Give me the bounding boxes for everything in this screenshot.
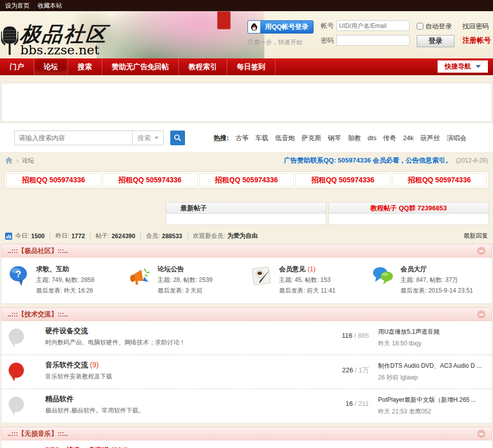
ad-rent-cell[interactable]: 招租QQ 505974336 [295,173,390,186]
hot-keyword[interactable]: 葫芦丝 [420,134,440,143]
lastpost-meta[interactable]: 昨天 21:53 老鹰052 [378,407,491,416]
newest-member-link[interactable]: 为爱为自由 [227,232,258,240]
hot-keyword[interactable]: 车载 [255,134,268,143]
login-button[interactable]: 登录 [417,35,454,47]
forum-link[interactable]: 音乐软件交流(9) [45,361,322,370]
hot-keyword[interactable]: 24k [403,134,414,142]
forum-desc: 音乐软件安装教程及下载 [45,372,322,381]
chevron-down-icon [476,65,481,68]
site-logo[interactable]: 极品社区 bbs.zzse.net [1,23,108,57]
tutorial-qq-title[interactable]: 教程帖子 QQ群 72396853 [329,203,488,214]
account-field[interactable] [336,20,410,31]
breadcrumb-separator: › [16,157,18,164]
red-seal-stamp [218,12,230,29]
search-type-select[interactable]: 搜索 [132,131,164,145]
nav-item-daily-signin[interactable]: 每日签到 [227,58,275,75]
microphone-logo-icon [1,23,18,57]
gray-bubble-icon [9,329,24,344]
lastpost-title-link[interactable]: PotPlayer最新中文版（新增H.265 ... [378,396,491,404]
notice-date: (2012-8-29) [456,157,488,164]
memo-pen-icon [251,265,273,287]
bookmark-link[interactable]: 收藏本站 [38,0,62,11]
ad-rent-cell[interactable]: 招租QQ 505974336 [103,173,198,186]
register-link[interactable]: 注册帐号 [463,36,491,45]
gray-bubble-icon [9,397,24,412]
search-button[interactable] [170,131,185,145]
forum-link[interactable]: DTS、镜像、多声道(334) [45,446,322,448]
collapse-icon[interactable] [477,310,485,318]
quick-nav-button[interactable]: 快捷导航 [438,60,488,73]
section-title[interactable]: ..:::【极品社区】:::.. [8,246,68,255]
section-title[interactable]: ..:::【无损音乐】:::.. [8,429,68,438]
search-input[interactable] [14,131,132,145]
nav-item-portal[interactable]: 门户 [0,58,34,75]
hot-keyword[interactable]: 钢琴 [328,134,341,143]
collapse-icon[interactable] [477,247,485,255]
site-header: 极品社区 bbs.zzse.net 用QQ帐号登录 只需一步，快速开始 [0,11,493,58]
today-value: 1500 [31,233,45,240]
hot-keyword[interactable]: 传奇 [383,134,396,143]
auto-login-checkbox[interactable] [417,23,423,29]
members-value: 288533 [162,233,182,240]
welcome-label: 欢迎新会员: [193,232,225,240]
forum-lastpost: PotPlayer最新中文版（新增H.265 ... 昨天 21:53 老鹰05… [378,396,491,416]
hot-keyword[interactable]: 低音炮 [275,134,295,143]
chat-bubbles-icon [372,265,394,287]
posts-value: 2624390 [111,233,135,240]
forum-card-gonggao[interactable]: 论坛公告 主题: 28, 帖数: 2539 最后发表: 3 天前 [125,264,246,296]
forum-link[interactable]: 硬件设备交流 [45,327,322,336]
forum-card-yijian[interactable]: 会员意见(1) 主题: 45, 帖数: 153 最后发表: 前天 11:41 [246,264,368,296]
home-icon[interactable] [5,157,13,164]
sponsor-notice-link[interactable]: 广告赞助联系QQ: 505974336 会员必看，公告信息索引。 [284,156,452,165]
topbar: 设为首页 收藏本站 [0,0,493,11]
latest-reply-link[interactable]: 最新回复 [464,232,488,240]
posts-label: 帖子: [96,232,109,240]
hot-keyword[interactable]: 古筝 [235,134,249,143]
section-title[interactable]: ..:::【技术交流】:::.. [8,310,68,319]
qq-penguin-icon [248,21,260,33]
nav-item-search[interactable]: 搜索 [68,58,102,75]
lastpost-line: 最后发表: 前天 11:41 [279,286,335,295]
find-password-link[interactable]: 找回密码 [463,22,491,31]
panels-spacer [4,202,164,225]
lastpost-meta[interactable]: 26 秒前 lglawp [378,373,491,382]
section-jishu-jiaoliu: ..:::【技术交流】:::.. 硬件设备交流 时尚数码产品、电脑软硬件、网络技… [1,307,492,423]
forum-desc: 时尚数码产品、电脑软硬件、网络技术；求助讨论！ [45,338,322,347]
forum-lastpost: 制作DTS Audio DVD、AC3 Audio D ... 26 秒前 lg… [378,362,491,382]
account-label: 帐号 [321,21,334,30]
password-field[interactable] [336,35,410,46]
topics-line: 主题: 749, 帖数: 2858 [36,276,95,284]
forum-card-dating[interactable]: 会员大厅 主题: 847, 帖数: 37万 最后发表: 2015-9-14 23… [368,264,489,296]
hot-keyword[interactable]: 萨克斯 [301,134,321,143]
auto-login-label: 自动登录 [425,22,452,31]
info-panels: 最新帖子 教程帖子 QQ群 72396853 [4,202,489,225]
nav-item-forum[interactable]: 论坛 [34,58,68,75]
hot-keyword[interactable]: 演唱会 [447,134,467,143]
nav-item-sponsor[interactable]: 赞助无广告免回帖 [102,58,179,75]
breadcrumb-current[interactable]: 论坛 [22,156,34,165]
lastpost-title-link[interactable]: 用U盘播放5,1声道音频 [378,328,491,336]
lastpost-line: 最后发表: 2015-9-14 23:51 [400,286,473,295]
breadcrumb: › 论坛 广告赞助联系QQ: 505974336 会员必看，公告信息索引。 (2… [0,153,493,168]
set-home-link[interactable]: 设为首页 [5,0,29,11]
forum-link[interactable]: 精品软件 [45,395,322,404]
new-posts-badge: (1) [307,265,316,273]
latest-posts-title[interactable]: 最新帖子 [166,203,326,214]
nav-item-tutorial-index[interactable]: 教程索引 [179,58,227,75]
qq-login-button[interactable]: 用QQ帐号登录 [248,20,314,34]
hot-keyword[interactable]: 胎教 [348,134,361,143]
collapse-icon[interactable] [477,430,485,438]
lastpost-meta[interactable]: 昨天 18:50 tbxjy [378,339,491,348]
topics-line: 主题: 28, 帖数: 2539 [158,276,212,284]
ad-rent-cell[interactable]: 招租QQ 505974336 [392,173,487,186]
forum-counts: 226 / 1万 [322,366,369,382]
ad-rent-cell[interactable]: 招租QQ 505974336 [199,173,294,186]
ad-rent-cell[interactable]: 招租QQ 505974336 [6,173,101,186]
forum-card-qiuge[interactable]: ? 求歌、互助 主题: 749, 帖数: 2858 最后发表: 昨天 16:26 [4,264,125,296]
ad-banner-placeholder [1,83,492,122]
hot-keyword[interactable]: dts [367,134,376,142]
hot-search-label: 热搜: [213,134,229,143]
logo-title: 极品社区 [19,23,109,45]
qq-login-hint: 只需一步，快速开始 [248,38,314,47]
lastpost-title-link[interactable]: 制作DTS Audio DVD、AC3 Audio D ... [378,362,491,370]
